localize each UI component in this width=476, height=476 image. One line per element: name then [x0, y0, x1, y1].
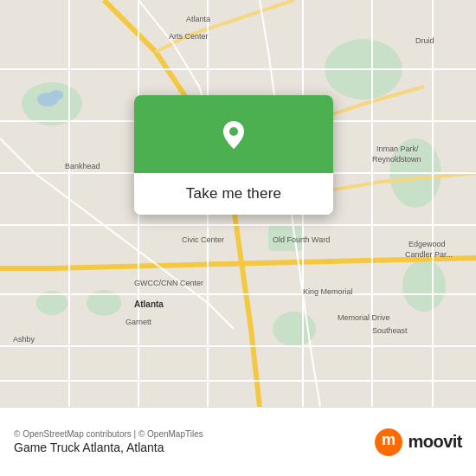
- svg-text:Garnett: Garnett: [125, 318, 152, 326]
- svg-text:Reynoldstown: Reynoldstown: [372, 155, 421, 164]
- svg-point-4: [402, 260, 446, 312]
- app: Atlanta Bankhead Ashby Arts Center Civic…: [0, 0, 476, 476]
- svg-text:Memorial Drive: Memorial Drive: [338, 313, 390, 322]
- moovit-logo: m moovit: [375, 428, 462, 456]
- svg-text:Civic Center: Civic Center: [182, 235, 224, 244]
- svg-text:Bankhead: Bankhead: [65, 162, 100, 170]
- svg-text:Old Fourth Ward: Old Fourth Ward: [273, 235, 330, 244]
- svg-text:Arts Center: Arts Center: [169, 32, 209, 41]
- attribution-text: © OpenStreetMap contributors | © OpenMap…: [14, 429, 203, 439]
- svg-text:Candler Par...: Candler Par...: [405, 250, 453, 259]
- svg-text:Inman Park/: Inman Park/: [376, 145, 419, 153]
- svg-point-10: [49, 90, 63, 100]
- popup-card: Take me there: [134, 95, 333, 215]
- map-container[interactable]: Atlanta Bankhead Ashby Arts Center Civic…: [0, 0, 476, 407]
- svg-text:King Memorial: King Memorial: [303, 287, 353, 296]
- bottom-left-info: © OpenStreetMap contributors | © OpenMap…: [14, 429, 203, 454]
- svg-text:Atlanta: Atlanta: [186, 15, 210, 23]
- svg-text:Southeast: Southeast: [372, 326, 408, 335]
- bottom-bar: © OpenStreetMap contributors | © OpenMap…: [0, 407, 476, 476]
- take-me-there-button[interactable]: Take me there: [134, 173, 333, 215]
- svg-text:Druid: Druid: [415, 36, 434, 45]
- svg-text:m: m: [382, 430, 396, 447]
- svg-point-42: [229, 127, 238, 136]
- svg-text:GWCC/CNN Center: GWCC/CNN Center: [134, 279, 203, 287]
- location-pin-icon: [211, 113, 256, 158]
- svg-text:Atlanta: Atlanta: [134, 299, 164, 309]
- svg-text:Edgewood: Edgewood: [408, 240, 446, 248]
- location-text: Game Truck Atlanta, Atlanta: [14, 441, 203, 454]
- svg-text:Ashby: Ashby: [13, 335, 35, 344]
- moovit-wordmark: moovit: [408, 432, 462, 452]
- moovit-icon: m: [375, 428, 402, 456]
- popup-green-header: [134, 95, 333, 173]
